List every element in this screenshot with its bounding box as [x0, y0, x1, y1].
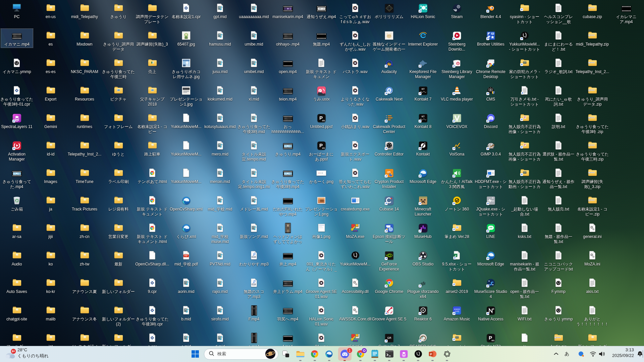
svg-text:z: z — [639, 352, 641, 355]
svg-text:9+: 9+ — [12, 350, 15, 353]
svg-text:1: 1 — [349, 349, 351, 352]
svg-text:P: P — [430, 352, 432, 356]
